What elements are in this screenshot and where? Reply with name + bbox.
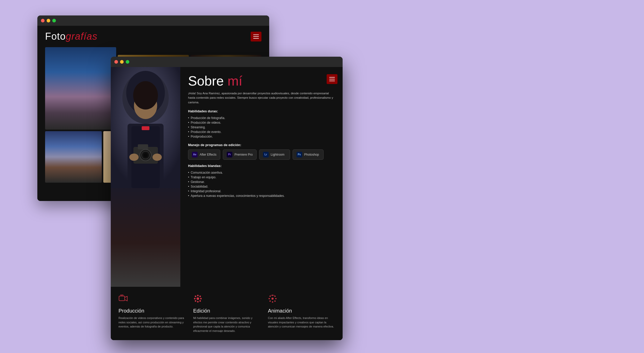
svg-rect-13 bbox=[142, 126, 149, 130]
svg-point-22 bbox=[194, 298, 196, 299]
dot-red-back[interactable] bbox=[41, 19, 45, 22]
ae-icon: Ae bbox=[192, 152, 198, 157]
back-logo: Fotografías bbox=[45, 31, 97, 42]
lr-label: Lightroom bbox=[271, 153, 284, 156]
svg-point-25 bbox=[199, 296, 201, 297]
soft-skills-heading: Habilidades blandas: bbox=[188, 164, 335, 168]
services-section: Producción Realización de videos corpora… bbox=[111, 287, 343, 340]
svg-point-35 bbox=[269, 300, 271, 302]
about-title-red: mí bbox=[227, 73, 242, 88]
dot-yellow-front[interactable] bbox=[120, 60, 124, 64]
skill-item: Streaming. bbox=[188, 125, 335, 130]
back-header: Fotografías bbox=[37, 26, 269, 47]
edition-name: Edición bbox=[193, 308, 260, 314]
ps-label: Photoshop bbox=[304, 153, 319, 156]
menu-line bbox=[253, 38, 259, 39]
about-section: Sobre mí ¡Hola! Soy Ana Ramírez, apasion… bbox=[111, 67, 343, 287]
ae-label: After Effects bbox=[200, 153, 216, 156]
soft-skill-item: Comunicación asertiva. bbox=[188, 170, 335, 175]
svg-point-33 bbox=[269, 296, 271, 297]
ps-icon: Ps bbox=[296, 152, 302, 157]
svg-point-14 bbox=[133, 81, 158, 110]
hard-skills-heading: Habilidades duras: bbox=[188, 109, 335, 113]
svg-point-27 bbox=[199, 300, 201, 302]
soft-skill-item: Sociabilidad. bbox=[188, 184, 335, 189]
pr-icon: Pr bbox=[227, 152, 232, 157]
svg-rect-18 bbox=[122, 295, 123, 296]
software-pr: Pr Premiere Pro bbox=[223, 149, 257, 160]
animation-icon bbox=[268, 294, 335, 305]
dot-green-front[interactable] bbox=[126, 60, 129, 64]
soft-skill-item: Integridad profesional. bbox=[188, 189, 335, 194]
software-lr: Lr Lightroom bbox=[259, 149, 290, 160]
photo-street bbox=[45, 131, 102, 183]
software-ps: Ps Photoshop bbox=[293, 149, 324, 160]
window-front: Sobre mí ¡Hola! Soy Ana Ramírez, apasion… bbox=[111, 57, 343, 340]
about-photo-inner bbox=[111, 67, 180, 287]
svg-point-37 bbox=[271, 295, 272, 296]
skill-item: Producción de evento. bbox=[188, 130, 335, 134]
about-photo bbox=[111, 67, 180, 287]
svg-point-34 bbox=[274, 296, 276, 297]
lr-icon: Lr bbox=[263, 152, 269, 157]
soft-skill-item: Apertura a nuevas experiencias, conocimi… bbox=[188, 194, 335, 198]
svg-point-30 bbox=[272, 301, 273, 303]
titlebar-back bbox=[37, 15, 269, 26]
hard-skills-list: Producción de fotografía. Producción de … bbox=[188, 116, 335, 139]
animation-desc: Con mi aliado After Effects, transformo … bbox=[268, 316, 335, 329]
software-heading: Manejo de programas de edición: bbox=[188, 143, 335, 147]
skill-item: Postproducción. bbox=[188, 134, 335, 139]
software-ae: Ae After Effects bbox=[188, 149, 220, 160]
svg-point-23 bbox=[200, 298, 202, 299]
svg-marker-16 bbox=[125, 296, 127, 301]
menu-button-front[interactable] bbox=[327, 74, 337, 84]
window-content-front: Sobre mí ¡Hola! Soy Ana Ramírez, apasion… bbox=[111, 67, 343, 340]
menu-line-f3 bbox=[329, 81, 335, 81]
soft-skill-item: Trabajo en equipo. bbox=[188, 175, 335, 180]
svg-point-32 bbox=[275, 298, 277, 299]
edition-desc: Mi habilidad para combinar imágenes, son… bbox=[193, 316, 260, 333]
skill-item: Producción de fotografía. bbox=[188, 116, 335, 120]
service-edition: Edición Mi habilidad para combinar imáge… bbox=[193, 294, 260, 333]
menu-line-f1 bbox=[329, 77, 335, 78]
about-title: Sobre mí bbox=[188, 74, 335, 88]
svg-point-10 bbox=[143, 153, 148, 157]
dot-red-front[interactable] bbox=[114, 60, 118, 64]
person-silhouette bbox=[111, 67, 180, 188]
svg-point-26 bbox=[195, 300, 196, 302]
menu-line bbox=[253, 35, 259, 35]
edition-icon bbox=[193, 294, 260, 305]
production-name: Producción bbox=[118, 308, 185, 314]
about-intro: ¡Hola! Soy Ana Ramírez, apasionada por d… bbox=[188, 91, 335, 105]
svg-point-38 bbox=[274, 295, 274, 296]
production-icon bbox=[118, 294, 185, 305]
svg-point-31 bbox=[269, 298, 270, 299]
skill-item: Producción de videos. bbox=[188, 120, 335, 125]
svg-rect-17 bbox=[121, 295, 122, 296]
soft-skill-item: Gestionar. bbox=[188, 180, 335, 184]
svg-point-11 bbox=[129, 154, 139, 161]
logo-part2: grafías bbox=[66, 31, 97, 42]
svg-rect-15 bbox=[119, 296, 125, 301]
titlebar-front bbox=[111, 57, 343, 67]
svg-point-20 bbox=[197, 295, 199, 296]
menu-line-f2 bbox=[329, 79, 335, 79]
svg-point-21 bbox=[197, 301, 199, 302]
production-desc: Realización de videos corporativos y con… bbox=[118, 316, 185, 329]
soft-skills-list: Comunicación asertiva. Trabajo en equipo… bbox=[188, 170, 335, 198]
logo-part1: Foto bbox=[45, 31, 66, 42]
dot-yellow-back[interactable] bbox=[47, 19, 50, 22]
service-production: Producción Realización de videos corpora… bbox=[118, 294, 185, 333]
svg-point-12 bbox=[152, 154, 162, 161]
dot-green-back[interactable] bbox=[52, 19, 56, 22]
photo-sky bbox=[45, 47, 116, 130]
service-animation: Animación Con mi aliado After Effects, t… bbox=[268, 294, 335, 333]
animation-name: Animación bbox=[268, 308, 335, 314]
menu-button-back[interactable] bbox=[251, 32, 261, 41]
svg-point-36 bbox=[274, 300, 276, 302]
menu-line bbox=[253, 36, 259, 37]
svg-point-28 bbox=[272, 298, 274, 300]
pr-label: Premiere Pro bbox=[234, 153, 253, 156]
svg-point-24 bbox=[195, 296, 196, 297]
svg-point-19 bbox=[197, 297, 199, 300]
